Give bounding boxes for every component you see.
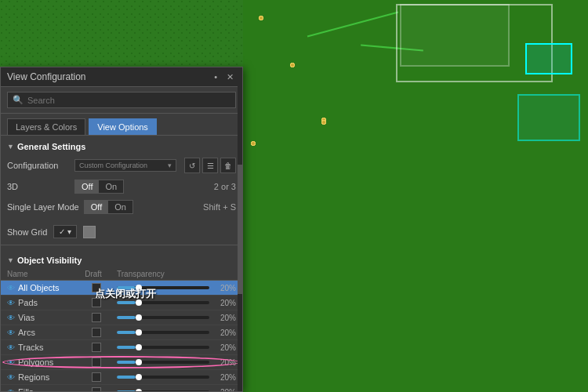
draft-check-arcs — [81, 328, 112, 337]
general-settings-header: ▼ General Settings — [1, 136, 242, 154]
transparency-fills: 20% — [112, 388, 236, 392]
transparency-bar-polygons[interactable] — [117, 361, 209, 364]
draft-checkbox-tracks[interactable] — [92, 343, 101, 352]
eye-icon-arcs[interactable]: 👁 — [7, 328, 15, 337]
transparency-pct-fills: 20% — [214, 388, 236, 392]
object-visibility-arrow: ▼ — [7, 256, 14, 264]
3d-shortcut: 2 or 3 — [214, 182, 236, 191]
transparency-vias: 20% — [112, 314, 236, 322]
single-layer-off-button[interactable]: Off — [85, 201, 108, 213]
draft-check-all-objects — [81, 283, 112, 292]
transparency-bar-arcs[interactable] — [117, 331, 209, 334]
obj-name-polygons: Polygons — [18, 358, 81, 367]
dialog-scrollbar-thumb[interactable] — [238, 165, 242, 294]
transparency-pct-arcs: 20% — [214, 328, 236, 337]
transparency-bar-fills[interactable] — [117, 390, 209, 391]
eye-icon-vias[interactable]: 👁 — [7, 314, 15, 322]
obj-row-arcs: 👁 Arcs 20% — [1, 325, 242, 340]
transparency-bar-tracks[interactable] — [117, 346, 209, 349]
draft-checkbox-regions[interactable] — [92, 372, 101, 382]
obj-row-vias: 👁 Vias 20% — [1, 310, 242, 325]
single-layer-label: Single Layer Mode — [7, 202, 79, 212]
eye-icon-regions[interactable]: 👁 — [7, 373, 15, 382]
single-layer-shortcut: Shift + S — [203, 202, 236, 212]
obj-name-pads: Pads — [18, 298, 81, 307]
transparency-pct-regions: 20% — [214, 373, 236, 382]
transparency-pct-polygons: 20% — [214, 358, 236, 367]
eye-icon-fills[interactable]: 👁 — [7, 388, 15, 392]
transparency-bar-all-objects[interactable] — [117, 286, 209, 289]
config-refresh-button[interactable]: ↺ — [184, 158, 200, 173]
eye-icon-all-objects[interactable]: 👁 — [7, 284, 15, 292]
search-section: 🔍 — [1, 87, 242, 114]
obj-name-arcs: Arcs — [18, 328, 81, 337]
3d-toggle: Off On — [74, 180, 124, 194]
tab-view-options[interactable]: View Options — [89, 118, 157, 135]
show-grid-label: Show Grid — [7, 227, 47, 237]
single-layer-mode-row: Single Layer Mode Off On Shift + S — [1, 197, 242, 217]
config-icon-group: ↺ ☰ 🗑 — [184, 158, 236, 173]
object-visibility-column-headers: Name Draft Transparency — [1, 268, 242, 281]
titlebar-controls: • ✕ — [212, 72, 236, 82]
3d-off-button[interactable]: Off — [75, 180, 99, 193]
close-button[interactable]: ✕ — [224, 72, 236, 82]
obj-name-tracks: Tracks — [18, 343, 81, 352]
search-box: 🔍 — [7, 92, 236, 108]
grid-color-swatch[interactable] — [83, 226, 96, 238]
general-settings-arrow: ▼ — [7, 143, 14, 151]
config-menu-button[interactable]: ☰ — [202, 158, 218, 173]
obj-row-regions: 👁 Regions 20% — [1, 370, 242, 385]
obj-row-pads: 👁 Pads 20% — [1, 296, 242, 310]
config-delete-button[interactable]: 🗑 — [220, 158, 236, 173]
transparency-pct-all-objects: 20% — [214, 284, 236, 292]
draft-checkbox-pads[interactable] — [92, 298, 101, 307]
show-grid-dropdown[interactable]: ✓ ▾ — [53, 225, 77, 238]
dialog-content: ▼ General Settings Configuration Custom … — [1, 136, 242, 391]
transparency-arcs: 20% — [112, 328, 236, 337]
single-layer-toggle: Off On — [84, 200, 133, 214]
eye-icon-pads[interactable]: 👁 — [7, 299, 15, 307]
obj-name-regions: Regions — [18, 372, 81, 382]
col-name-header: Name — [7, 270, 78, 278]
eye-icon-polygons[interactable]: 👁 — [7, 358, 15, 367]
single-layer-on-button[interactable]: On — [108, 201, 132, 213]
transparency-all-objects: 20% — [112, 284, 236, 292]
draft-checkbox-all-objects[interactable] — [92, 283, 101, 292]
object-visibility-header: ▼ Object Visibility — [1, 251, 242, 268]
draft-checkbox-arcs[interactable] — [92, 328, 101, 337]
transparency-pct-pads: 20% — [214, 299, 236, 307]
obj-row-tracks: 👁 Tracks 20% — [1, 340, 242, 355]
draft-check-polygons — [81, 358, 112, 367]
3d-label: 3D — [7, 182, 70, 191]
dialog-tabs: Layers & Colors View Options — [1, 114, 242, 136]
transparency-bar-vias[interactable] — [117, 316, 209, 319]
search-input[interactable] — [27, 96, 230, 105]
search-icon: 🔍 — [13, 95, 24, 105]
transparency-pct-vias: 20% — [214, 314, 236, 322]
col-draft-header: Draft — [78, 270, 109, 278]
tab-layers-colors[interactable]: Layers & Colors — [7, 118, 85, 135]
3d-on-button[interactable]: On — [99, 180, 123, 193]
draft-check-pads — [81, 298, 112, 307]
obj-row-polygons: 👁 Polygons 20% — [1, 355, 242, 370]
configuration-dropdown[interactable]: Custom Configuration ▾ — [74, 159, 176, 172]
transparency-bar-pads[interactable] — [117, 301, 209, 304]
dialog-titlebar: View Configuration • ✕ — [1, 67, 242, 87]
dialog-scrollbar[interactable] — [238, 67, 242, 391]
transparency-tracks: 20% — [112, 343, 236, 352]
eye-icon-tracks[interactable]: 👁 — [7, 343, 15, 352]
obj-name-vias: Vias — [18, 313, 81, 322]
draft-check-fills — [81, 387, 112, 391]
transparency-pct-tracks: 20% — [214, 343, 236, 352]
draft-check-tracks — [81, 343, 112, 352]
draft-checkbox-vias[interactable] — [92, 313, 101, 322]
obj-row-fills: 👁 Fills 20% — [1, 385, 242, 391]
obj-name-all-objects: All Objects — [18, 283, 81, 292]
col-transparency-header: Transparency — [109, 270, 236, 278]
draft-checkbox-polygons[interactable] — [92, 358, 101, 367]
transparency-bar-regions[interactable] — [117, 376, 209, 379]
show-grid-row: Show Grid ✓ ▾ — [1, 222, 242, 241]
draft-checkbox-fills[interactable] — [92, 387, 101, 391]
pin-button[interactable]: • — [212, 72, 220, 82]
obj-row-all-objects: 👁 All Objects 20% 点关闭或打开 — [1, 281, 242, 296]
